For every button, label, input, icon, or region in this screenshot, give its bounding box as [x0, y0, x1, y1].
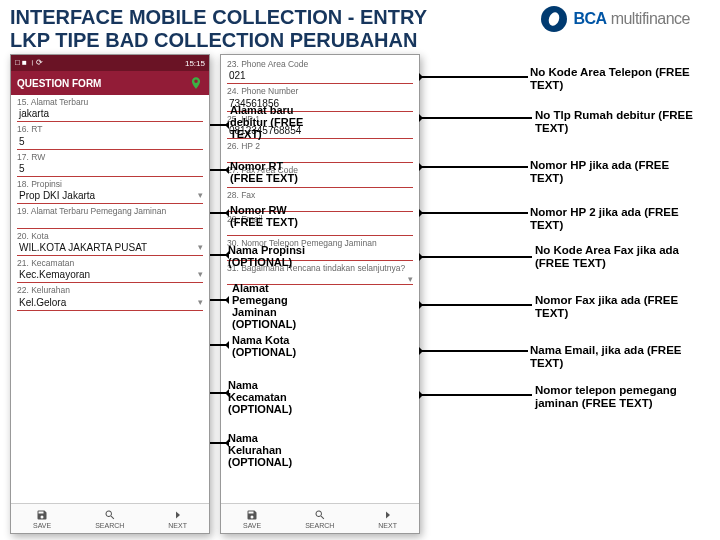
arrow-icon — [420, 166, 528, 168]
q16-value[interactable]: 5 — [17, 135, 203, 150]
q15[interactable]: 15. Alamat Terbarujakarta — [17, 98, 203, 122]
anno-hp2: Nomor HP 2 jika ada (FREE TEXT) — [530, 206, 715, 231]
status-bar: □ ■ । ⟳ 15:15 — [11, 55, 209, 71]
anno-propinsi: Nama Propinsi (OPTIONAL) — [228, 244, 323, 268]
bottom-bar: SAVE SEARCH NEXT — [11, 503, 209, 533]
arrow-icon — [420, 212, 528, 214]
q19-value[interactable] — [17, 217, 203, 229]
save-button[interactable]: SAVE — [33, 509, 51, 529]
q20-label: 20. Kota — [17, 232, 203, 241]
app-bar: QUESTION FORM — [11, 71, 209, 95]
next-button-2[interactable]: NEXT — [378, 509, 397, 529]
q15-value[interactable]: jakarta — [17, 107, 203, 122]
q17-label: 17. RW — [17, 153, 203, 162]
q21-label: 21. Kecamatan — [17, 259, 203, 268]
arrow-icon — [210, 344, 228, 346]
arrow-icon — [210, 169, 228, 171]
q23-value[interactable]: 021 — [227, 69, 413, 84]
q16-label: 16. RT — [17, 125, 203, 134]
q21-value[interactable]: Kec.Kemayoran — [17, 268, 203, 283]
search-label: SEARCH — [95, 522, 124, 529]
logo-text-1: BCA — [573, 10, 606, 28]
q19-label: 19. Alamat Terbaru Pemegang Jaminan — [17, 207, 203, 216]
q16[interactable]: 16. RT5 — [17, 125, 203, 149]
brand-logo: BCAmultifinance — [541, 6, 690, 32]
q18-label: 18. Propinsi — [17, 180, 203, 189]
anno-fax: Nomor Fax jika ada (FREE TEXT) — [535, 294, 705, 319]
arrow-icon — [210, 212, 228, 214]
q28-label: 28. Fax — [227, 191, 413, 200]
search-button[interactable]: SEARCH — [95, 509, 124, 529]
q20[interactable]: 20. KotaWIL.KOTA JAKARTA PUSAT — [17, 232, 203, 256]
q24-label: 24. Phone Number — [227, 87, 413, 96]
arrow-icon — [420, 304, 532, 306]
next-label: NEXT — [168, 522, 187, 529]
anno-hp1: Nomor HP jika ada (FREE TEXT) — [530, 159, 700, 184]
bottom-bar-2: SAVE SEARCH NEXT — [221, 503, 419, 533]
arrow-icon — [210, 254, 228, 256]
arrow-icon — [420, 350, 528, 352]
arrow-icon — [210, 299, 228, 301]
q18-value[interactable]: Prop DKI Jakarta — [17, 189, 203, 204]
arrow-icon — [210, 442, 228, 444]
anno-area-telepon: No Kode Area Telepon (FREE TEXT) — [530, 66, 700, 91]
q19[interactable]: 19. Alamat Terbaru Pemegang Jaminan — [17, 207, 203, 228]
anno-email: Nama Email, jika ada (FREE TEXT) — [530, 344, 715, 369]
anno-tlp-rumah: No Tlp Rumah debitur (FREE TEXT) — [535, 109, 705, 134]
appbar-title: QUESTION FORM — [17, 78, 101, 89]
search-button-2[interactable]: SEARCH — [305, 509, 334, 529]
status-left: □ ■ । ⟳ — [15, 58, 43, 68]
map-pin-icon — [189, 76, 203, 90]
q22-value[interactable]: Kel.Gelora — [17, 296, 203, 311]
anno-alamat-baru: Alamat baru debitur (FREE TEXT) — [230, 104, 315, 140]
phone-left: □ ■ । ⟳ 15:15 QUESTION FORM 15. Alamat T… — [10, 54, 210, 534]
arrow-icon — [420, 117, 532, 119]
anno-fax-area: No Kode Area Fax jika ada (FREE TEXT) — [535, 244, 705, 269]
q23[interactable]: 23. Phone Area Code021 — [227, 60, 413, 84]
q21[interactable]: 21. KecamatanKec.Kemayoran — [17, 259, 203, 283]
search-label-2: SEARCH — [305, 522, 334, 529]
save-label-2: SAVE — [243, 522, 261, 529]
logo-text-2: multifinance — [611, 10, 690, 28]
anno-nomor-rw: Nomor RW (FREE TEXT) — [230, 204, 315, 228]
save-button-2[interactable]: SAVE — [243, 509, 261, 529]
anno-alamat-jaminan: Alamat Pemegang Jaminan (OPTIONAL) — [232, 282, 317, 330]
arrow-icon — [420, 394, 532, 396]
anno-kecamatan: Nama Kecamatan (OPTIONAL) — [228, 379, 313, 415]
q20-value[interactable]: WIL.KOTA JAKARTA PUSAT — [17, 241, 203, 256]
arrow-icon — [210, 124, 228, 126]
form-body-left: 15. Alamat Terbarujakarta 16. RT5 17. RW… — [11, 95, 209, 503]
anno-kota: Nama Kota (OPTIONAL) — [232, 334, 317, 358]
next-label-2: NEXT — [378, 522, 397, 529]
save-label: SAVE — [33, 522, 51, 529]
next-button[interactable]: NEXT — [168, 509, 187, 529]
q17-value[interactable]: 5 — [17, 162, 203, 177]
q23-label: 23. Phone Area Code — [227, 60, 413, 69]
q17[interactable]: 17. RW5 — [17, 153, 203, 177]
q22[interactable]: 22. KelurahanKel.Gelora — [17, 286, 203, 310]
anno-kelurahan: Nama Kelurahan (OPTIONAL) — [228, 432, 313, 468]
anno-tlp-jaminan: Nomor telepon pemegang jaminan (FREE TEX… — [535, 384, 705, 409]
arrow-icon — [420, 76, 528, 78]
arrow-icon — [210, 392, 228, 394]
q26-label: 26. HP 2 — [227, 142, 413, 151]
anno-nomor-rt: Nomor RT (FREE TEXT) — [230, 160, 315, 184]
arrow-icon — [420, 256, 532, 258]
q15-label: 15. Alamat Terbaru — [17, 98, 203, 107]
q18[interactable]: 18. PropinsiProp DKI Jakarta — [17, 180, 203, 204]
logo-icon — [541, 6, 567, 32]
q22-label: 22. Kelurahan — [17, 286, 203, 295]
status-time: 15:15 — [185, 59, 205, 68]
